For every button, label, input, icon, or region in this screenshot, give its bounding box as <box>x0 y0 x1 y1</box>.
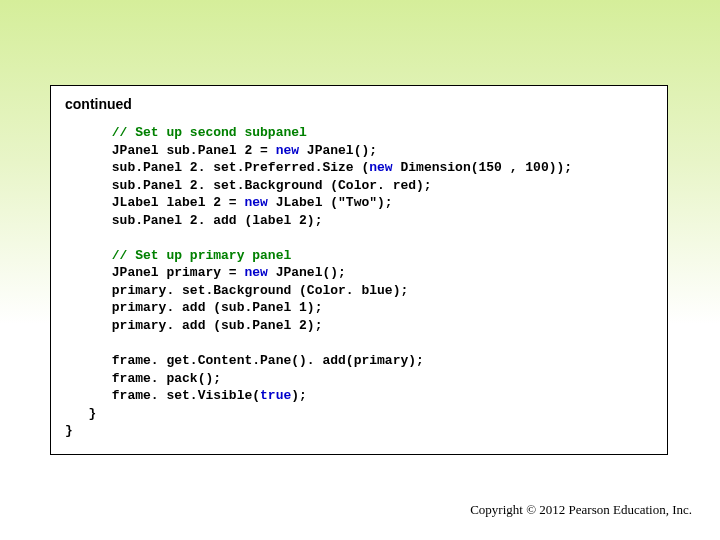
slide: continued // Set up second subpanel JPan… <box>0 0 720 540</box>
line-4a: JLabel label 2 = <box>112 195 245 210</box>
line-3: sub.Panel 2. set.Background (Color. red)… <box>112 178 432 193</box>
continued-label: continued <box>65 96 653 112</box>
code-box: continued // Set up second subpanel JPan… <box>50 85 668 455</box>
line-1a: JPanel sub.Panel 2 = <box>112 143 276 158</box>
line-11: frame. pack(); <box>112 371 221 386</box>
line-12c: ); <box>291 388 307 403</box>
line-5: sub.Panel 2. add (label 2); <box>112 213 323 228</box>
line-8: primary. add (sub.Panel 1); <box>112 300 323 315</box>
copyright: Copyright © 2012 Pearson Education, Inc. <box>470 502 692 518</box>
comment-2: // Set up primary panel <box>112 248 291 263</box>
line-9: primary. add (sub.Panel 2); <box>112 318 323 333</box>
line-2a: sub.Panel 2. set.Preferred.Size ( <box>112 160 369 175</box>
line-6a: JPanel primary = <box>112 265 245 280</box>
line-2c: Dimension(150 , 100)); <box>393 160 572 175</box>
line-12a: frame. set.Visible( <box>112 388 260 403</box>
comment-1: // Set up second subpanel <box>112 125 307 140</box>
brace-outer: } <box>65 423 73 438</box>
line-10: frame. get.Content.Pane(). add(primary); <box>112 353 424 368</box>
kw-new-3: new <box>244 195 267 210</box>
kw-new-4: new <box>244 265 267 280</box>
code-block: // Set up second subpanel JPanel sub.Pan… <box>65 124 653 440</box>
brace-inner: } <box>88 406 96 421</box>
line-1c: JPanel(); <box>299 143 377 158</box>
kw-true: true <box>260 388 291 403</box>
line-6c: JPanel(); <box>268 265 346 280</box>
line-4c: JLabel ("Two"); <box>268 195 393 210</box>
line-7: primary. set.Background (Color. blue); <box>112 283 408 298</box>
kw-new-1: new <box>276 143 299 158</box>
kw-new-2: new <box>369 160 392 175</box>
